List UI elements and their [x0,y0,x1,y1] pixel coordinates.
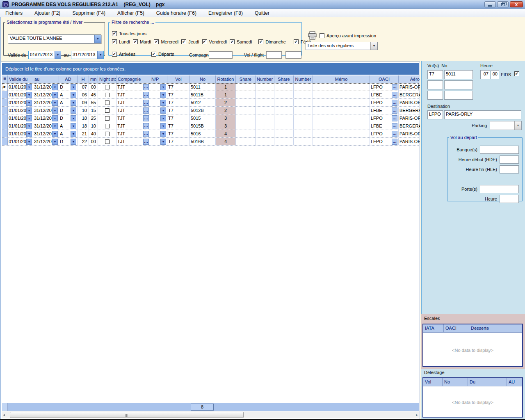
heure-mn-input[interactable]: 00 [491,70,499,79]
cell-oaci[interactable]: LFPO… [370,99,399,106]
row-selector[interactable] [2,138,8,145]
cell-au[interactable]: 31/12/20▼ [33,91,59,98]
vol-code-input[interactable]: T7 [427,70,443,79]
night-stop-checkbox[interactable] [105,108,110,113]
column-header-share-11[interactable]: Share [236,75,256,83]
cell-number2[interactable] [294,83,313,91]
grid-options-icon[interactable]: ≣ [2,75,8,83]
night-stop-checkbox[interactable] [105,116,110,121]
ellipsis-button[interactable]: … [392,131,397,137]
cell-night-stop[interactable] [98,138,116,145]
cell-h[interactable]: 10 [78,107,89,114]
cell-memo[interactable] [313,99,370,106]
cell-memo[interactable] [313,107,370,114]
cell-compagnie[interactable]: TJT… [116,122,150,130]
cell-number1[interactable] [256,122,274,130]
cell-rotation[interactable]: 3 [216,114,236,122]
cell-oaci[interactable]: LFPO… [370,138,399,145]
scroll-right-icon[interactable]: ► [415,411,419,418]
cell-valide-du[interactable]: 01/01/20▼ [8,91,33,98]
dropdown-button[interactable]: ▼ [71,84,76,90]
menu-item-quitter[interactable]: Quitter [250,9,274,17]
row-selector[interactable] [2,130,8,137]
cell-no[interactable]: 5011B [190,91,216,98]
cell-rotation[interactable]: 2 [216,99,236,106]
ellipsis-button[interactable]: … [392,92,397,98]
cell-rotation[interactable]: 2 [216,107,236,114]
cell-share2[interactable] [274,138,294,145]
cell-np[interactable]: ▼ [150,83,167,91]
vol-no-input-3[interactable] [444,91,473,100]
delestage-column-au[interactable]: AU [507,378,522,386]
delestage-column-vol[interactable]: Vol [423,378,443,386]
column-header-h-3[interactable]: H [78,75,89,83]
cell-h[interactable]: 22 [78,138,89,145]
cell-aero[interactable]: BERGERA [399,91,421,98]
cell-number2[interactable] [294,114,313,122]
dropdown-button[interactable]: ▼ [71,100,76,106]
destination-name-input[interactable]: PARIS-ORLY [444,110,521,119]
ellipsis-button[interactable]: … [143,115,149,121]
night-stop-checkbox[interactable] [105,132,110,136]
row-selector[interactable] [2,99,8,106]
report-combobox[interactable]: Liste des vols réguliers ▼ [306,42,378,50]
cell-au[interactable]: 31/12/20▼ [33,114,59,122]
vol-flight-input-1[interactable] [266,51,282,59]
dropdown-button[interactable]: ▼ [71,139,76,145]
cell-night-stop[interactable] [98,91,116,98]
dropdown-button[interactable]: ▼ [52,115,58,121]
column-header-au-1[interactable]: au [33,75,59,83]
portes-input[interactable] [480,185,519,193]
cell-aero[interactable]: PARIS-OR [399,83,421,91]
day-checkbox-vendredi[interactable]: ✔Vendredi [202,39,227,44]
cell-night-stop[interactable] [98,107,116,114]
delestage-column-du[interactable]: Du [468,378,507,386]
dropdown-button[interactable]: ▼ [26,92,32,98]
depart-heure-input[interactable] [500,195,519,203]
cell-ad[interactable]: D▼ [59,107,78,114]
cell-np[interactable]: ▼ [150,114,167,122]
cell-aero[interactable]: PARIS-OR [399,130,421,137]
ellipsis-button[interactable]: … [143,131,149,137]
night-stop-checkbox[interactable] [105,139,110,144]
dropdown-button[interactable]: ▼ [71,92,76,98]
cell-share2[interactable] [274,107,294,114]
ellipsis-button[interactable]: … [392,84,397,90]
cell-compagnie[interactable]: TJT… [116,130,150,137]
cell-ad[interactable]: A▼ [59,91,78,98]
arrivees-checkbox[interactable]: ✔ Arrivées [112,52,135,57]
cell-aero[interactable]: BERGERA [399,122,421,130]
ellipsis-button[interactable]: … [392,107,397,114]
column-header-share-13[interactable]: Share [274,75,294,83]
menu-item-guide-horaire-f6[interactable]: Guide horaire (F6) [152,9,201,17]
cell-mn[interactable]: 00 [89,83,98,91]
day-checkbox-dimanche[interactable]: ✔Dimanche [258,39,286,44]
cell-number1[interactable] [256,91,274,98]
column-header-n-p-7[interactable]: N/P [150,75,167,83]
cell-share1[interactable] [236,138,256,145]
cell-np[interactable]: ▼ [150,138,167,145]
escales-column-desserte[interactable]: Desserte [469,324,522,332]
cell-np[interactable]: ▼ [150,107,167,114]
cell-number1[interactable] [256,99,274,106]
cell-number2[interactable] [294,107,313,114]
cell-memo[interactable] [313,91,370,98]
destination-code-input[interactable]: LFPO [427,110,443,119]
cell-ad[interactable]: D▼ [59,138,78,145]
dropdown-button[interactable]: ▼ [52,92,58,98]
ellipsis-button[interactable]: … [143,107,149,114]
cell-ad[interactable]: D▼ [59,114,78,122]
cell-share1[interactable] [236,107,256,114]
column-header-mn-4[interactable]: mn [89,75,98,83]
heure-fin-input[interactable] [500,165,519,173]
cell-share2[interactable] [274,99,294,106]
cell-h[interactable]: 21 [78,130,89,137]
dropdown-button[interactable]: ▼ [71,107,76,114]
cell-oaci[interactable]: LFBE… [370,122,399,130]
chevron-down-icon[interactable]: ▼ [94,35,101,43]
night-stop-checkbox[interactable] [105,124,110,128]
cell-rotation[interactable]: 3 [216,122,236,130]
cell-compagnie[interactable]: TJT… [116,114,150,122]
cell-vol[interactable]: T7 [167,138,190,145]
dropdown-button[interactable]: ▼ [52,139,58,145]
